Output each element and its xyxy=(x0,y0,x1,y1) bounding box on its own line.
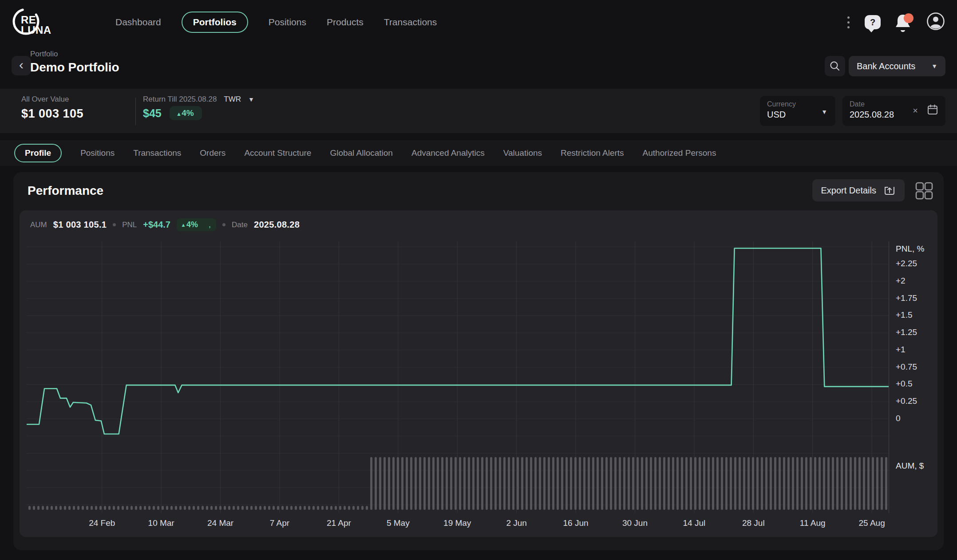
aum-bar xyxy=(548,457,550,510)
nav-item-transactions[interactable]: Transactions xyxy=(384,17,437,28)
top-nav: RE: LUNA DashboardPortfoliosPositionsPro… xyxy=(0,0,957,44)
aum-bar xyxy=(730,457,732,510)
aum-bar xyxy=(33,506,35,510)
aum-bar xyxy=(827,457,830,510)
aum-bar xyxy=(437,457,439,510)
calendar-icon[interactable] xyxy=(927,104,938,117)
nav-item-products[interactable]: Products xyxy=(327,17,364,28)
aum-bar xyxy=(583,457,585,510)
portfolio-stats-bar: All Over Value $1 003 105 Return Till 20… xyxy=(0,89,957,133)
tab-profile[interactable]: Profile xyxy=(14,144,62,162)
aum-bar xyxy=(521,457,523,510)
aum-bar xyxy=(197,506,199,510)
aum-bar xyxy=(344,506,346,510)
aum-bar xyxy=(415,457,417,510)
aum-bar xyxy=(841,457,843,510)
aum-bar xyxy=(494,457,497,510)
search-button[interactable] xyxy=(825,56,845,76)
aum-label: AUM xyxy=(30,221,47,229)
aum-bar xyxy=(162,506,164,510)
avatar[interactable] xyxy=(926,12,945,33)
export-details-label: Export Details xyxy=(821,185,877,196)
aum-bar xyxy=(574,457,577,510)
aum-bar xyxy=(233,506,235,510)
aum-bar xyxy=(188,506,190,510)
tab-transactions[interactable]: Transactions xyxy=(133,148,181,158)
aum-bar xyxy=(259,506,261,510)
aum-bar xyxy=(157,506,159,510)
aum-bar xyxy=(139,506,142,510)
aum-bar xyxy=(823,457,825,510)
return-mode[interactable]: TWR xyxy=(224,95,241,104)
page-title: Demo Portfolio xyxy=(30,60,119,75)
search-icon xyxy=(829,60,841,72)
aum-bar xyxy=(326,506,328,510)
currency-dropdown[interactable]: Currency USD ▼ xyxy=(760,96,835,126)
aum-bar xyxy=(317,506,319,510)
aum-bar xyxy=(330,506,332,510)
y-tick-label: +1.5 xyxy=(896,310,913,320)
notifications-button[interactable] xyxy=(894,12,913,32)
aum-bar xyxy=(743,457,745,510)
tab-account-structure[interactable]: Account Structure xyxy=(244,148,311,158)
aum-bar xyxy=(450,457,452,510)
aum-bar xyxy=(210,506,213,510)
widget-layout-button[interactable] xyxy=(914,181,934,201)
aum-bar xyxy=(46,506,48,510)
aum-bar xyxy=(770,457,772,510)
pnl-line-series xyxy=(27,248,889,434)
aum-bar xyxy=(716,457,719,510)
chevron-down-icon: ▼ xyxy=(821,108,827,115)
tab-authorized-persons[interactable]: Authorized Persons xyxy=(643,148,716,158)
aum-bar xyxy=(610,457,612,510)
aum-bar xyxy=(628,457,630,510)
chevron-down-icon[interactable]: ▼ xyxy=(248,96,254,103)
tab-positions[interactable]: Positions xyxy=(80,148,115,158)
divider xyxy=(135,98,136,125)
aum-bar xyxy=(637,457,639,510)
aum-bar xyxy=(446,457,448,510)
aum-bar xyxy=(619,457,621,510)
nav-item-dashboard[interactable]: Dashboard xyxy=(115,17,161,28)
aum-bar xyxy=(654,457,656,510)
aum-bar xyxy=(215,506,217,510)
bank-accounts-dropdown[interactable]: Bank Accounts ▼ xyxy=(849,56,945,76)
aum-bar xyxy=(117,506,119,510)
aum-bar xyxy=(455,457,457,510)
tab-advanced-analytics[interactable]: Advanced Analytics xyxy=(411,148,485,158)
aum-bar xyxy=(747,457,750,510)
chevron-down-icon: ▼ xyxy=(931,63,937,70)
aum-bar xyxy=(264,506,266,510)
aum-bar xyxy=(361,506,364,510)
nav-item-portfolios[interactable]: Portfolios xyxy=(182,12,248,33)
user-icon xyxy=(926,12,945,31)
aum-bar xyxy=(86,506,88,510)
date-value: 2025.08.28 xyxy=(850,110,938,120)
chart-summary-row: AUM $1 003 105.1 PNL +$44.7 ▴ 4% , Date … xyxy=(30,218,300,231)
back-button[interactable]: ‹ xyxy=(12,56,31,75)
y-axis-title: PNL, % xyxy=(896,244,924,254)
aum-bar xyxy=(801,457,803,510)
nav-item-positions[interactable]: Positions xyxy=(269,17,306,28)
export-details-button[interactable]: Export Details xyxy=(812,179,905,201)
tab-orders[interactable]: Orders xyxy=(200,148,225,158)
aum-bar xyxy=(312,506,315,510)
help-icon[interactable]: ? xyxy=(865,15,881,29)
aum-bar xyxy=(703,457,705,510)
clear-date-icon[interactable]: × xyxy=(913,106,918,116)
tab-global-allocation[interactable]: Global Allocation xyxy=(330,148,393,158)
date-picker[interactable]: Date 2025.08.28 × xyxy=(842,96,945,126)
aum-bar xyxy=(42,506,44,510)
aum-bar xyxy=(761,457,763,510)
tab-restriction-alerts[interactable]: Restriction Alerts xyxy=(561,148,624,158)
aum-bar xyxy=(268,506,270,510)
kebab-menu-icon[interactable] xyxy=(846,15,851,30)
panel-title: Performance xyxy=(28,184,103,198)
app-logo[interactable]: RE: LUNA xyxy=(11,4,68,40)
plot-area[interactable] xyxy=(27,241,889,513)
aum-bar xyxy=(406,457,408,510)
aum-bar xyxy=(503,457,506,510)
aum-bar xyxy=(68,506,71,510)
tab-valuations[interactable]: Valuations xyxy=(503,148,542,158)
aum-bar xyxy=(712,457,714,510)
